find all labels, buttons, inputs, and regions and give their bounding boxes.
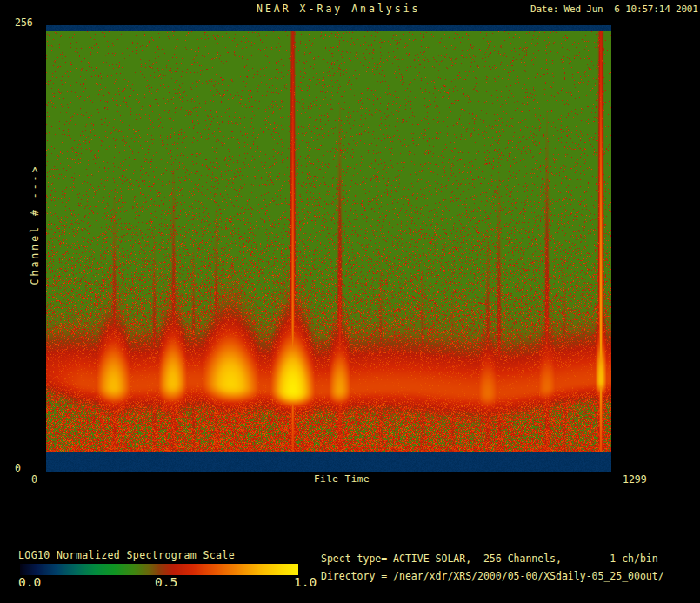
y-axis-min-label: 0	[15, 464, 21, 474]
directory-line: Directory = /near/xdr/XRS/2000/05-00/XSd…	[321, 572, 664, 582]
x-axis-title: File Time	[314, 474, 370, 484]
spectrogram-image	[46, 25, 611, 472]
x-axis-min-label: 0	[31, 475, 37, 486]
x-axis-max-label: 1299	[623, 475, 647, 486]
date-label: Date: Wed Jun 6 10:57:14 2001	[530, 4, 698, 14]
near-xray-analysis-window: { "window": { "title": "NEAR X-Ray Analy…	[0, 0, 700, 603]
colorbar-tick-max: 1.0	[294, 576, 317, 589]
spect-type-line: Spect type= ACTIVE SOLAR, 256 Channels, …	[321, 554, 658, 565]
colorbar-tick-min: 0.0	[18, 576, 41, 589]
colorbar-gradient	[20, 564, 298, 575]
y-axis-max-label: 256	[15, 18, 33, 29]
y-axis-title: Channel # --->	[30, 164, 41, 285]
colorbar-title: LOG10 Normalized Spectrogram Scale	[18, 551, 235, 561]
page-title: NEAR X-Ray Analysis	[257, 4, 421, 15]
colorbar-tick-mid: 0.5	[155, 576, 177, 589]
